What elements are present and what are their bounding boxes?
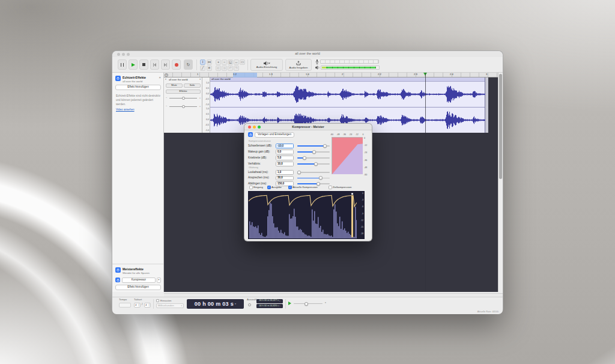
master-effects-icon — [115, 267, 121, 273]
envelope-tool-button[interactable]: ⋈ — [207, 59, 212, 65]
attack-input[interactable]: 30,0 — [276, 176, 294, 181]
output-checkbox[interactable]: ✓Ausgabe — [267, 186, 282, 189]
pan-slider[interactable]: −+ — [166, 105, 201, 108]
clip-header[interactable]: all over the world — [210, 77, 485, 82]
timeline-ruler[interactable]: ▾ 11.21.31.422.22.32.43 — [164, 73, 503, 77]
knee-input[interactable]: 5,0 — [276, 156, 294, 160]
silence-audio-button[interactable]: ⊐ — [222, 65, 227, 71]
track-name[interactable]: all over the world — [169, 79, 198, 81]
multi-tool-button[interactable]: ✳ — [207, 65, 212, 71]
scale-label: 1,0 — [202, 82, 209, 85]
skip-to-start-button[interactable] — [150, 59, 159, 70]
waveform-left-channel[interactable] — [210, 82, 485, 107]
fit-project-button[interactable]: ▭ — [240, 59, 245, 65]
lookahead-input[interactable]: 1,0 — [276, 170, 294, 175]
master-effect-select[interactable]: Kompressor — [122, 278, 156, 283]
actual-compression-checkbox[interactable]: ✓Aktuelle Kompression — [288, 186, 318, 189]
input-checkbox[interactable]: Eingang — [249, 186, 263, 189]
knee-slider[interactable] — [297, 156, 330, 160]
track-menu-button[interactable]: ▾ — [199, 79, 201, 81]
play-at-speed-icon[interactable] — [288, 302, 291, 305]
ratio-input[interactable]: 10,0 — [276, 162, 294, 166]
time-display[interactable]: 00 h 00 m 03 s▾ — [187, 299, 244, 309]
meter-scale-label: -18 — [360, 233, 363, 235]
recording-meter[interactable] — [315, 59, 381, 64]
add-effect-button[interactable]: Effekt hinzufügen — [115, 85, 161, 90]
dialog-bypass-toggle[interactable] — [248, 132, 253, 137]
snap-checkbox[interactable] — [156, 299, 159, 302]
skip-back-icon — [153, 63, 156, 67]
playback-level-bar — [322, 67, 376, 68]
pause-button[interactable] — [118, 59, 127, 70]
zoom-selection-button[interactable]: ◱ — [228, 59, 233, 65]
zoom-out-button[interactable]: − — [222, 59, 227, 65]
ruler-tick-label: 2.2 — [378, 73, 381, 76]
trim-audio-button[interactable]: ⊏ — [216, 65, 221, 71]
meter-scale-label: -9 — [362, 213, 363, 215]
master-add-effect-button[interactable]: Effekt hinzufügen — [115, 285, 161, 290]
compressor-bypass-toggle[interactable] — [115, 278, 120, 282]
skip-to-end-button[interactable] — [161, 59, 170, 70]
vertical-scrollbar-thumb[interactable] — [499, 74, 502, 179]
volume-slider[interactable]: −+ — [166, 97, 201, 100]
selection-end-field[interactable]: 00 h 00 m 00,826 s▾ — [256, 304, 283, 308]
mic-icon — [315, 59, 319, 64]
zoom-toggle-button[interactable]: ↔ — [234, 59, 239, 65]
threshold-slider[interactable] — [297, 144, 330, 148]
bottom-toolbar: Tempo Taktart 4▴▾ / 4▴▾ Einrasten Millis… — [112, 297, 503, 310]
zoom-in-button[interactable]: + — [216, 59, 221, 65]
sample-rate-status: Aktuelle Rate: 44100. — [477, 311, 499, 314]
master-effect-menu-button[interactable]: ▾ — [157, 278, 161, 283]
target-compression-checkbox[interactable]: Zielkompression — [329, 186, 351, 189]
snap-format-select[interactable]: Millisekunden▾ — [156, 303, 184, 308]
playback-speed-slider[interactable] — [294, 302, 323, 306]
ts-numerator-spinner[interactable]: 4▴▾ — [134, 303, 141, 308]
audio-setup-button[interactable]: Audio-Einrichtung — [250, 59, 283, 71]
selection-start-field[interactable]: 00 h 00 m 00,427 s▾ — [256, 299, 283, 303]
undo-button[interactable]: ↶ — [228, 65, 233, 71]
redo-button[interactable]: ↷ — [234, 65, 239, 71]
presets-settings-button[interactable]: Vorlagen und Einstellungen — [255, 132, 294, 138]
record-button[interactable] — [172, 59, 181, 70]
curve-x-label: -48 — [335, 134, 341, 136]
ratio-slider[interactable] — [297, 162, 330, 166]
draw-tool-button[interactable]: ╱ — [200, 65, 205, 71]
solo-button[interactable]: Solo — [184, 83, 201, 88]
ts-denominator-spinner[interactable]: 4▴▾ — [144, 303, 151, 308]
close-effects-panel-button[interactable]: × — [159, 76, 161, 79]
selection-tool-button[interactable]: I — [200, 59, 205, 65]
track-effects-button[interactable]: Effekte — [166, 89, 201, 94]
zoom-fit-icon: ▭ — [241, 61, 244, 64]
compression-history-graph[interactable]: 0-3-6-9-12-15-18 — [248, 191, 365, 239]
dialog-titlebar[interactable]: Kompressor - Meister — [244, 124, 372, 130]
threshold-row: Schwellenwert (dB):-10,0 — [248, 144, 330, 149]
stop-button[interactable] — [139, 59, 148, 70]
window-titlebar[interactable]: all over the world — [112, 51, 503, 57]
loop-button[interactable]: ↻ — [184, 59, 193, 70]
selection-options-button[interactable] — [248, 303, 251, 306]
timeline-options-button[interactable]: ▾ — [165, 73, 168, 77]
scale-label: -1,0 — [202, 104, 209, 106]
status-bar: Aktuelle Rate: 44100. — [112, 310, 503, 314]
watch-video-link[interactable]: Video ansehen — [116, 109, 135, 112]
makeup-input[interactable]: 0,0 — [276, 150, 294, 154]
share-audio-button[interactable]: Audio freigeben — [285, 59, 312, 71]
playback-meter[interactable] — [315, 65, 381, 70]
timeline-selection[interactable] — [233, 73, 257, 77]
makeup-slider[interactable] — [297, 150, 330, 154]
threshold-input[interactable]: -10,0 — [276, 144, 294, 148]
multi-tool-icon: ✳ — [208, 67, 211, 70]
lookahead-slider[interactable] — [297, 171, 330, 175]
mute-button[interactable]: Mute — [166, 83, 183, 88]
window-title: all over the world — [112, 52, 503, 56]
curve-section-label: Kompressionskurve — [249, 140, 271, 142]
attack-slider[interactable] — [297, 176, 330, 180]
tempo-field[interactable] — [119, 303, 131, 308]
vertical-scrollbar[interactable] — [498, 73, 503, 292]
tempo-label: Tempo — [119, 299, 127, 301]
play-button[interactable] — [129, 59, 138, 70]
collapse-track-button[interactable]: ▾ — [165, 79, 166, 81]
speed-menu-button[interactable]: ▾ — [325, 302, 326, 305]
vertical-scale-ruler[interactable]: 1,00,50,0-0,5-1,01,00,50,0-0,5-1,0 — [202, 77, 210, 133]
curve-x-label: -24 — [348, 134, 353, 136]
